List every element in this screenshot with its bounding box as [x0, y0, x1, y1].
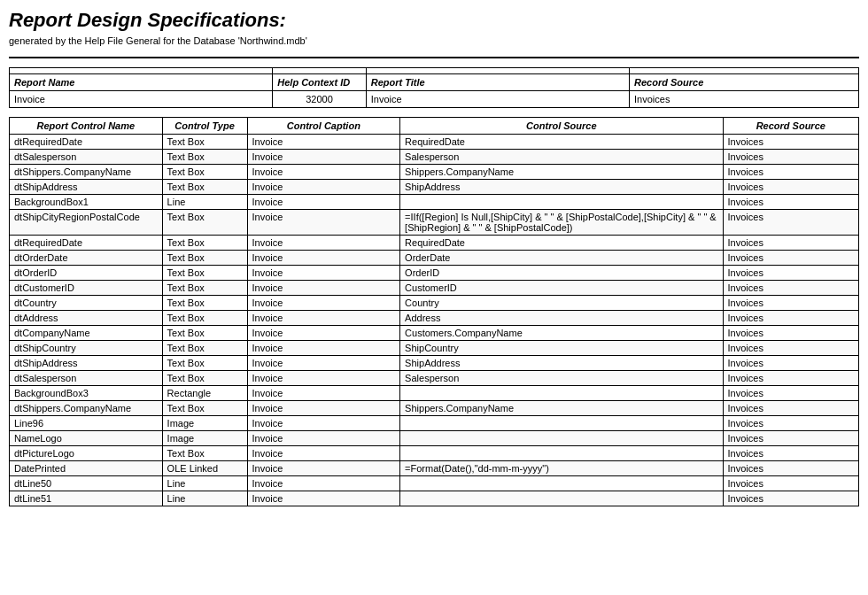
- table-cell-8-3: OrderID: [400, 266, 723, 281]
- table-cell-20-4: Invoices: [723, 446, 858, 461]
- table-cell-15-1: Text Box: [162, 371, 247, 386]
- table-cell-19-0: NameLogo: [10, 431, 163, 446]
- table-cell-13-0: dtShipCountry: [10, 341, 163, 356]
- table-cell-20-2: Invoice: [247, 446, 400, 461]
- table-cell-15-4: Invoices: [723, 371, 858, 386]
- table-cell-11-0: dtAddress: [10, 311, 163, 326]
- table-cell-2-2: Invoice: [247, 165, 400, 180]
- table-row: dtShippers.CompanyNameText BoxInvoiceShi…: [10, 401, 859, 416]
- table-cell-22-3: [400, 476, 723, 491]
- col-header-control-type: Control Type: [162, 118, 247, 135]
- table-row: dtLine50LineInvoiceInvoices: [10, 476, 859, 491]
- table-cell-2-4: Invoices: [723, 165, 858, 180]
- table-cell-7-3: OrderDate: [400, 251, 723, 266]
- table-row: BackgroundBox3RectangleInvoiceInvoices: [10, 386, 859, 401]
- table-cell-21-2: Invoice: [247, 461, 400, 476]
- table-cell-19-2: Invoice: [247, 431, 400, 446]
- table-cell-1-1: Text Box: [162, 150, 247, 165]
- table-cell-17-2: Invoice: [247, 401, 400, 416]
- table-row: dtOrderDateText BoxInvoiceOrderDateInvoi…: [10, 251, 859, 266]
- table-cell-20-1: Text Box: [162, 446, 247, 461]
- table-cell-0-0: dtRequiredDate: [10, 135, 163, 150]
- table-cell-12-4: Invoices: [723, 326, 858, 341]
- table-cell-10-2: Invoice: [247, 296, 400, 311]
- table-cell-0-4: Invoices: [723, 135, 858, 150]
- table-cell-5-0: dtShipCityRegionPostalCode: [10, 210, 163, 236]
- table-cell-6-4: Invoices: [723, 236, 858, 251]
- table-cell-21-1: OLE Linked: [162, 461, 247, 476]
- table-cell-14-3: ShipAddress: [400, 356, 723, 371]
- header-help-context: [273, 68, 366, 74]
- table-cell-11-3: Address: [400, 311, 723, 326]
- report-info-value-0: Invoice: [10, 91, 273, 108]
- table-cell-4-2: Invoice: [247, 195, 400, 210]
- table-cell-9-1: Text Box: [162, 281, 247, 296]
- table-cell-9-4: Invoices: [723, 281, 858, 296]
- report-info-header-2: Report Title: [366, 74, 629, 91]
- table-cell-1-4: Invoices: [723, 150, 858, 165]
- table-cell-11-2: Invoice: [247, 311, 400, 326]
- table-cell-14-0: dtShipAddress: [10, 356, 163, 371]
- table-cell-1-2: Invoice: [247, 150, 400, 165]
- table-cell-21-0: DatePrinted: [10, 461, 163, 476]
- table-cell-2-0: dtShippers.CompanyName: [10, 165, 163, 180]
- table-cell-5-4: Invoices: [723, 210, 858, 236]
- table-cell-14-2: Invoice: [247, 356, 400, 371]
- table-cell-13-4: Invoices: [723, 341, 858, 356]
- table-cell-2-3: Shippers.CompanyName: [400, 165, 723, 180]
- table-cell-18-1: Image: [162, 416, 247, 431]
- table-cell-8-4: Invoices: [723, 266, 858, 281]
- table-cell-21-4: Invoices: [723, 461, 858, 476]
- table-cell-15-0: dtSalesperson: [10, 371, 163, 386]
- table-cell-23-2: Invoice: [247, 491, 400, 506]
- table-cell-19-3: [400, 431, 723, 446]
- table-row: dtRequiredDateText BoxInvoiceRequiredDat…: [10, 236, 859, 251]
- table-cell-5-2: Invoice: [247, 210, 400, 236]
- table-cell-22-0: dtLine50: [10, 476, 163, 491]
- table-cell-11-1: Text Box: [162, 311, 247, 326]
- table-cell-6-1: Text Box: [162, 236, 247, 251]
- table-cell-1-3: Salesperson: [400, 150, 723, 165]
- report-info-value-1: 32000: [273, 91, 366, 108]
- table-cell-18-2: Invoice: [247, 416, 400, 431]
- report-info-header-1: Help Context ID: [273, 74, 366, 91]
- table-cell-3-3: ShipAddress: [400, 180, 723, 195]
- table-cell-10-0: dtCountry: [10, 296, 163, 311]
- header-record-source: [630, 68, 859, 74]
- table-row: dtShipAddressText BoxInvoiceShipAddressI…: [10, 180, 859, 195]
- table-cell-17-3: Shippers.CompanyName: [400, 401, 723, 416]
- report-info-table: Report NameHelp Context IDReport TitleRe…: [9, 67, 859, 108]
- table-cell-7-2: Invoice: [247, 251, 400, 266]
- table-row: dtCountryText BoxInvoiceCountryInvoices: [10, 296, 859, 311]
- table-cell-3-2: Invoice: [247, 180, 400, 195]
- table-cell-3-0: dtShipAddress: [10, 180, 163, 195]
- table-cell-4-4: Invoices: [723, 195, 858, 210]
- table-cell-9-2: Invoice: [247, 281, 400, 296]
- table-cell-1-0: dtSalesperson: [10, 150, 163, 165]
- table-cell-11-4: Invoices: [723, 311, 858, 326]
- table-cell-9-0: dtCustomerID: [10, 281, 163, 296]
- table-cell-10-3: Country: [400, 296, 723, 311]
- report-info-value-2: Invoice: [366, 91, 629, 108]
- table-cell-4-1: Line: [162, 195, 247, 210]
- table-row: dtPictureLogoText BoxInvoiceInvoices: [10, 446, 859, 461]
- table-cell-14-4: Invoices: [723, 356, 858, 371]
- table-cell-16-1: Rectangle: [162, 386, 247, 401]
- table-row: dtCustomerIDText BoxInvoiceCustomerIDInv…: [10, 281, 859, 296]
- table-cell-12-1: Text Box: [162, 326, 247, 341]
- table-cell-22-2: Invoice: [247, 476, 400, 491]
- table-row: dtSalespersonText BoxInvoiceSalespersonI…: [10, 371, 859, 386]
- table-cell-0-1: Text Box: [162, 135, 247, 150]
- table-cell-5-1: Text Box: [162, 210, 247, 236]
- table-cell-13-2: Invoice: [247, 341, 400, 356]
- header-report-name: [10, 68, 273, 74]
- table-cell-10-1: Text Box: [162, 296, 247, 311]
- table-cell-22-1: Line: [162, 476, 247, 491]
- table-row: NameLogoImageInvoiceInvoices: [10, 431, 859, 446]
- table-cell-5-3: =IIf([Region] Is Null,[ShipCity] & " " &…: [400, 210, 723, 236]
- table-cell-12-2: Invoice: [247, 326, 400, 341]
- table-cell-19-1: Image: [162, 431, 247, 446]
- table-cell-3-1: Text Box: [162, 180, 247, 195]
- report-info-header-3: Record Source: [630, 74, 859, 91]
- table-row: dtShipCityRegionPostalCodeText BoxInvoic…: [10, 210, 859, 236]
